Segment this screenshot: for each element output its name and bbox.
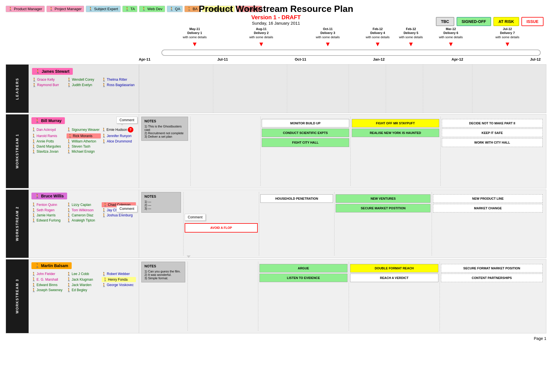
person-thelma-ritter: 🚶 Thelma Ritter <box>102 78 135 82</box>
person-george-voskovec: 🚶 George Voskovec <box>102 283 136 287</box>
person-analeigh-tipton: 🚶 Analeigh Tipton <box>67 218 101 223</box>
page-number: Page 1 <box>6 336 546 341</box>
status-tbc: TBC <box>436 17 454 26</box>
person-joseph-sweeney: 🚶 Joseph Sweeney <box>31 288 66 292</box>
activity-decide-not-make: DECIDE NOT TO MAKE PART II <box>442 119 543 127</box>
person-henry-fonda: 🚶 Henry Fonda <box>102 277 136 282</box>
delivery-6-label: Mar-12Delivery 6with some details <box>428 27 474 39</box>
person-alice-drummond: 🚶 Alice Drummond <box>102 139 136 144</box>
person-edward-furlong: 🚶 Edward Furlong <box>31 218 66 223</box>
activity-new-product-line: NEW PRODUCT LINE <box>433 194 543 203</box>
person-fenton-quinn: 🚶 Fenton Quinn <box>31 202 66 207</box>
activity-household-penetration: HOUSEHOLD PENETRATION <box>260 194 333 203</box>
ws2-comment-activity: Comment <box>185 214 206 221</box>
timeline-label-jul11: Jul-11 <box>217 57 228 61</box>
legend-subject-expert: 🚶Subject Expert <box>86 6 121 12</box>
ws2-comment-people: Comment <box>116 205 137 212</box>
leaders-leader-name: 🚶James Stewart <box>32 68 73 75</box>
person-michael-ensign: 🚶 Michael Ensign <box>67 150 101 154</box>
activity-new-ventures: NEW VENTURES <box>336 194 430 203</box>
delivery-4-label: Feb-12Delivery 4with some details <box>361 27 394 39</box>
status-signed-off: SIGNED-OFF <box>457 17 491 26</box>
timeline-label-apr11: Apr-11 <box>139 57 150 61</box>
timeline-label-apr12: Apr-12 <box>451 57 463 61</box>
person-lee-j-cobb: 🚶 Lee J Cobb <box>67 272 101 276</box>
activity-argue: ARGUE <box>259 264 348 272</box>
workstream1-section: WORKSTREAM 1 Comment 🚶Bill Murray 🚶 Dan … <box>6 114 546 188</box>
person-cameron-diaz: 🚶 Cameron Diaz <box>67 213 101 218</box>
person-ed-begley: 🚶 Ed Begley <box>67 288 101 292</box>
ws3-leader-name: 🚶Martin Balsam <box>31 262 72 269</box>
person-jack-warden: 🚶 Jack Warden <box>67 283 101 287</box>
timeline-label-jan12: Jan-12 <box>373 57 385 61</box>
activity-realise-new-york: REALISE NEW YORK IS HAUNTED <box>352 129 439 137</box>
ws1-leader-name: 🚶Bill Murray <box>31 117 65 124</box>
person-judith-evelyn: 🚶 Judith Evelyn <box>67 83 101 87</box>
timeline-label-oct11: Oct-11 <box>295 57 306 61</box>
person-jennifer-runyon: 🚶 Jennifer Runyon <box>102 133 136 139</box>
activity-conduct-scientific: CONDUCT SCIENTIFIC EXPTS <box>262 129 349 137</box>
person-grace-kelly: 🚶 Grace Kelly <box>32 78 66 82</box>
person-slavitza-jovan: 🚶 Slavitza Jovan <box>31 150 66 154</box>
ws3-notes: NOTES 1) Can you guess the film. 2) It w… <box>141 262 185 282</box>
person-eg-marshall: 🚶 E. G. Marshall <box>31 277 66 282</box>
person-joshua-erenburg: 🚶 Joshua Erenburg <box>102 213 136 218</box>
activity-work-with-city: WORK WITH CITY HALL <box>442 138 543 147</box>
legend-product-manager: 🚶Product Manager <box>6 6 45 12</box>
person-rick-moranis: 🚶 Rick Moranis <box>67 133 101 139</box>
ws2-notes: NOTES 1) — 2) — 3) — <box>141 192 181 213</box>
workstream2-section: WORKSTREAM 2 Comment 🚶Bruce Willis 🚶 Fen… <box>6 189 546 258</box>
activity-market-change: MARKET CHANGE <box>433 204 543 212</box>
person-jack-klugman: 🚶 Jack Klugman <box>67 277 101 282</box>
person-ernie-hudson: 🚶 Ernie Hudson ? <box>102 127 136 133</box>
legend-project-manager: 🚶Project Manager <box>46 6 84 12</box>
activity-keep-it-safe: KEEP IT SAFE <box>442 129 543 137</box>
person-dan-ackroyd: 🚶 Dan Ackroyd <box>31 127 66 133</box>
person-edward-binns: 🚶 Edward Binns <box>31 283 66 287</box>
activity-secure-market: SECURE MARKET POSTITION <box>336 204 430 212</box>
workstream3-section: WORKSTREAM 3 🚶Martin Balsam 🚶 John Field… <box>6 259 546 333</box>
ws1-comment: Comment <box>116 117 137 123</box>
person-seth-rogen: 🚶 Seth Rogen <box>31 208 66 212</box>
workstream3-label: WORKSTREAM 3 <box>6 259 29 333</box>
workstream1-label: WORKSTREAM 1 <box>6 114 29 188</box>
timeline-label-jul12: Jul-12 <box>530 57 541 61</box>
status-issue: ISSUE <box>521 17 544 26</box>
person-wendell-corey: 🚶 Wendell Corey <box>67 78 101 82</box>
ws1-notes: NOTES 1) This is the Ghostbusters cast 2… <box>141 117 188 141</box>
person-david-margulies: 🚶 David Margulies <box>31 144 66 149</box>
activity-reach-a-verdict: REACH A VERDICT <box>350 274 438 282</box>
activity-fight-city-hall: FIGHT CITY HALL <box>262 138 349 147</box>
status-badges: TBC SIGNED-OFF AT RISK ISSUE <box>436 17 544 26</box>
ws2-leader-name: 🚶Bruce Willis <box>31 193 67 199</box>
person-sigourney-weaver: 🚶 Sigourney Weaver <box>67 127 101 133</box>
delivery-5-label: Feb-12Delivery 5with some details <box>394 27 427 39</box>
leaders-section: LEADERS 🚶James Stewart 🚶 Grace Kelly 🚶 W… <box>6 64 546 113</box>
workstream2-label: WORKSTREAM 2 <box>6 190 29 258</box>
person-steven-tash: 🚶 Steven Tash <box>67 144 101 149</box>
delivery-3-label: Oct-11Delivery 3with some details <box>295 27 361 39</box>
person-harold-ramis: 🚶 Harold Ramis <box>31 133 66 139</box>
delivery-2-label: Aug-11Delivery 2with some details <box>228 27 295 39</box>
activity-avoid-a-flop: AVOID A FLOP <box>185 223 258 232</box>
person-william-atherton: 🚶 William Atherton <box>67 139 101 144</box>
person-john-fielder: 🚶 John Fielder <box>31 272 66 276</box>
legend-qa: 🚶QA <box>167 6 183 12</box>
delivery-1-label: May-11Delivery 1with some details <box>161 27 228 39</box>
legend-ba: 🚶BA <box>184 6 200 12</box>
status-at-risk: AT RISK <box>493 17 519 26</box>
activity-fight-mr-staypuft: FIGHT OFF MR STAYPUFT <box>352 119 439 127</box>
activity-content-partnerships: CONTENT PARTNERSHIPS <box>441 274 543 282</box>
legend-web-dev: 🚶Web Dev <box>139 6 165 12</box>
person-raymond-burr: 🚶 Raymond Burr <box>32 83 66 87</box>
person-tom-wilkinson: 🚶 Tom Wilkinson <box>67 208 101 212</box>
leaders-label: LEADERS <box>6 65 29 113</box>
delivery-7-label: Jul-12Delivery 7with some details <box>474 27 541 39</box>
activity-monitor-buildup: MONITOR BUILD UP <box>262 119 349 127</box>
person-annie-potts: 🚶 Annie Potts <box>31 139 66 144</box>
legend-ta: 🚶TA <box>122 6 138 12</box>
activity-secure-format-market: SECURE FORMAT MARKET POSITION <box>441 264 543 272</box>
person-ross-bagdasarian: 🚶 Ross Bagdasarian <box>102 83 135 87</box>
activity-double-format-reach: DOUBLE FORMAT REACH <box>350 264 438 272</box>
person-jamie-harris: 🚶 Jamie Harris <box>31 213 66 218</box>
